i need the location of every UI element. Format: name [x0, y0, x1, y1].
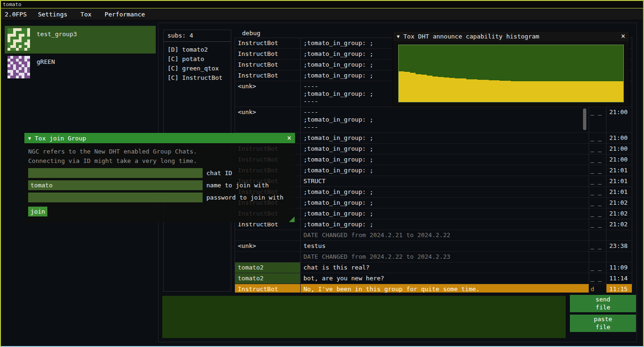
menu-item-tox[interactable]: Tox — [74, 9, 98, 19]
histogram-bar — [489, 80, 494, 102]
histogram-bar — [522, 81, 528, 102]
close-icon[interactable]: × — [621, 33, 625, 40]
histogram-bar — [601, 81, 606, 102]
message-text: ;tomato_in_group: ; — [301, 144, 589, 154]
menu-item-performance[interactable]: Performance — [98, 9, 152, 19]
message-scrollbar[interactable] — [583, 108, 586, 130]
histogram-bar — [399, 71, 404, 102]
subs-member[interactable]: [D] tomato2 — [167, 45, 227, 54]
message-author: <unk> — [235, 107, 301, 132]
subs-member[interactable]: [C] potato — [167, 54, 227, 64]
paste-file-button[interactable]: paste file — [570, 315, 636, 332]
histogram-bar — [410, 73, 416, 102]
message-row[interactable]: tomato2chat is this real?_ _11:09 — [235, 262, 632, 273]
histogram-bar — [472, 79, 477, 102]
histogram-bar — [556, 81, 561, 102]
histogram-bar — [516, 81, 522, 102]
message-row[interactable]: <unk>testus_ _23:38 — [235, 241, 632, 252]
contact-name: test_group3 — [37, 28, 77, 38]
resize-grip[interactable] — [289, 216, 295, 222]
histogram-bar — [421, 75, 427, 102]
message-time: 21:01 — [606, 176, 632, 186]
send-file-button[interactable]: send file — [570, 295, 636, 312]
message-row[interactable]: InstructBotNo, I've been in this group f… — [235, 284, 632, 293]
join-group-titlebar[interactable]: ▼ Tox join Group × — [24, 133, 295, 143]
histogram-bar — [444, 77, 449, 102]
histogram-bar — [404, 72, 410, 102]
collapse-arrow-icon[interactable]: ▼ — [28, 136, 31, 141]
message-flags — [589, 230, 606, 240]
date-separator-row[interactable]: DATE CHANGED from 2024.2.22 to 2024.2.23 — [235, 252, 632, 262]
join-name-input[interactable] — [28, 180, 203, 190]
contact-item-test-group3[interactable]: test_group3 — [5, 26, 156, 54]
histogram-bar — [494, 80, 500, 102]
subs-member[interactable]: [C] green_qtox — [167, 64, 227, 73]
group-avatar — [8, 56, 30, 78]
message-author — [235, 230, 301, 240]
message-author: InstructBot — [235, 49, 301, 59]
message-text: STRUCT — [301, 176, 589, 186]
message-time: 21:01 — [606, 187, 632, 197]
dht-histogram-body — [393, 41, 629, 106]
message-input[interactable] — [162, 296, 566, 338]
message-time: 21:02 — [606, 208, 632, 219]
contact-name: gREEN — [37, 56, 55, 65]
message-author: InstructBot — [235, 70, 301, 81]
dht-histogram-titlebar[interactable]: ▼ Tox DHT announce capability histogram … — [393, 31, 629, 41]
message-flags: _ _ — [589, 133, 606, 143]
join-group-body: NGC refers to the New DHT enabled Group … — [24, 143, 295, 223]
histogram-bar — [584, 81, 590, 102]
message-author: tomato2 — [235, 273, 301, 284]
window-titlebar[interactable]: tomato — [1, 1, 643, 8]
histogram-bar — [483, 80, 489, 102]
message-text: ;tomato_in_group: ; — [301, 187, 589, 197]
message-row[interactable]: tomato2bot, are you new here?_ _11:14 — [235, 273, 632, 284]
histogram-bar — [533, 81, 539, 102]
message-time: 21:00 — [606, 154, 632, 165]
message-flags: _ _ — [589, 187, 606, 197]
histogram-bar — [545, 81, 550, 102]
message-flags — [589, 252, 606, 262]
message-time — [606, 252, 632, 262]
message-flags: _ _ — [589, 273, 606, 284]
message-flags: _ _ — [589, 208, 606, 219]
message-flags: _ _ — [589, 262, 606, 273]
message-row[interactable]: <unk>---- ;tomato_in_group: ; ----_ _21:… — [235, 107, 632, 133]
message-text: chat is this real? — [301, 262, 589, 273]
histogram-bar — [432, 77, 438, 102]
message-time: 21:00 — [606, 144, 632, 154]
subs-header: subs: 4 — [164, 30, 231, 42]
join-button[interactable]: join — [28, 207, 47, 216]
histogram-bar — [595, 81, 601, 102]
collapse-arrow-icon[interactable]: ▼ — [397, 34, 400, 39]
join-password-input[interactable] — [28, 193, 203, 202]
chat-id-label: chat ID — [206, 170, 232, 177]
join-group-window: ▼ Tox join Group × NGC refers to the New… — [24, 133, 295, 223]
message-time: 11:15 — [606, 284, 632, 293]
histogram-bar — [528, 81, 533, 102]
message-text: ;tomato_in_group: ; — [301, 133, 589, 143]
join-password-label: password to join with — [206, 194, 283, 201]
message-text: ---- ;tomato_in_group: ; ---- — [301, 107, 589, 132]
join-group-title: Tox join Group — [35, 135, 86, 142]
close-icon[interactable]: × — [287, 135, 291, 142]
menu-item-settings[interactable]: Settings — [31, 9, 74, 19]
subs-member[interactable]: [C] InstructBot — [167, 73, 227, 83]
histogram-bar — [427, 76, 432, 102]
message-text: bot, are you new here? — [301, 273, 589, 284]
message-time: 21:02 — [606, 198, 632, 208]
message-time: 21:01 — [606, 165, 632, 176]
message-text: ;tomato_in_group: ; — [301, 154, 589, 165]
chat-id-input[interactable] — [28, 168, 203, 178]
join-name-label: name to join with — [206, 182, 269, 189]
contact-item-green[interactable]: gREEN — [5, 54, 156, 81]
message-flags: _ _ — [589, 154, 606, 165]
histogram-bar — [461, 78, 466, 102]
group-avatar — [8, 28, 30, 51]
menu-bar: 2.0FPS Settings Tox Performance — [1, 9, 643, 20]
histogram-plot — [398, 45, 624, 102]
message-author: InstructBot — [235, 60, 301, 70]
date-separator-row[interactable]: DATE CHANGED from 2024.2.21 to 2024.2.22 — [235, 230, 632, 241]
message-text: ;tomato_in_group: ; — [301, 219, 589, 230]
message-author: tomato2 — [235, 262, 301, 273]
